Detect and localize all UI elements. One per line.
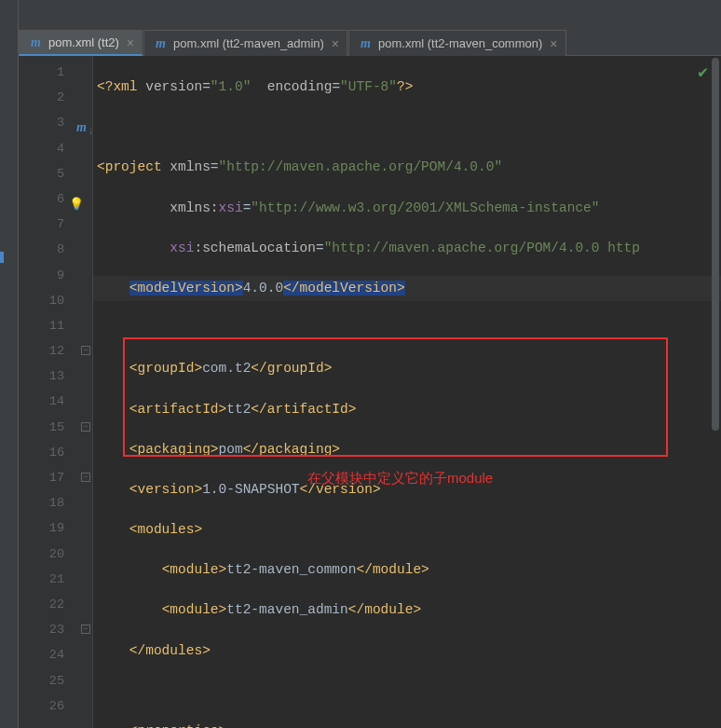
line-number: 15 xyxy=(40,415,64,440)
line-number: 12 xyxy=(40,338,64,364)
line-number: 26 xyxy=(40,694,64,719)
line-number: 25 xyxy=(40,668,64,694)
line-number: 13 xyxy=(40,364,64,389)
fold-icon[interactable]: − xyxy=(81,346,90,355)
line-number: 8 xyxy=(40,237,64,262)
line-number: 17 xyxy=(40,465,64,490)
code-line[interactable]: <project xmlns="http://maven.apache.org/… xyxy=(93,155,721,180)
code-line[interactable]: <modelVersion>4.0.0</modelVersion> xyxy=(93,276,721,301)
code-line[interactable]: <version>1.0-SNAPSHOT</version> xyxy=(93,477,721,502)
gutter: 1 2 3 m ↓ 4 5 6 💡 7 8 9 10 11 12− 13 14 … xyxy=(19,56,93,728)
line-number: 22 xyxy=(40,592,64,617)
maven-file-icon: m xyxy=(154,36,168,50)
line-number: 3 xyxy=(40,110,64,135)
line-number: 14 xyxy=(40,389,64,414)
code-line[interactable]: <packaging>pom</packaging> xyxy=(93,437,721,462)
close-icon[interactable]: × xyxy=(127,35,134,50)
fold-icon[interactable]: − xyxy=(81,473,90,482)
tab-label: pom.xml (tt2-maven_admin) xyxy=(173,36,324,50)
code-line[interactable]: <module>tt2-maven_common</module> xyxy=(93,557,721,583)
line-number: 7 xyxy=(40,212,64,237)
maven-gutter-icon[interactable]: m xyxy=(73,115,87,129)
editor[interactable]: 1 2 3 m ↓ 4 5 6 💡 7 8 9 10 11 12− 13 14 … xyxy=(19,56,721,728)
maven-file-icon: m xyxy=(359,36,373,50)
analysis-ok-icon[interactable]: ✔ xyxy=(698,62,708,82)
tab-label: pom.xml (tt2) xyxy=(48,35,119,49)
code-line[interactable] xyxy=(93,115,721,140)
code-line[interactable]: xmlns:xsi="http://www.w3.org/2001/XMLSch… xyxy=(93,196,721,221)
line-number: 23 xyxy=(40,617,64,642)
code-line[interactable]: <modules> xyxy=(93,517,721,543)
fold-icon[interactable]: − xyxy=(81,625,90,634)
line-number: 16 xyxy=(40,440,64,465)
code-line[interactable]: <properties> xyxy=(93,719,721,728)
tab-pom-common[interactable]: m pom.xml (tt2-maven_common) × xyxy=(348,30,565,56)
line-number: 18 xyxy=(40,490,64,515)
tab-pom-tt2[interactable]: m pom.xml (tt2) × xyxy=(19,30,143,56)
tab-pom-admin[interactable]: m pom.xml (tt2-maven_admin) × xyxy=(143,30,347,56)
code-area[interactable]: <?xml version="1.0" encoding="UTF-8"?> <… xyxy=(93,56,721,728)
code-line[interactable] xyxy=(93,316,721,341)
code-line[interactable]: <module>tt2-maven_admin</module> xyxy=(93,598,721,623)
line-number: 11 xyxy=(40,313,64,338)
code-line[interactable]: </modules> xyxy=(93,639,721,664)
close-icon[interactable]: × xyxy=(550,36,557,51)
code-line[interactable]: <artifactId>tt2</artifactId> xyxy=(93,397,721,422)
line-number: 9 xyxy=(40,263,64,288)
line-number: 19 xyxy=(40,515,64,541)
code-line[interactable]: xsi:schemaLocation="http://maven.apache.… xyxy=(93,236,721,261)
line-number: 4 xyxy=(40,136,64,161)
tab-label: pom.xml (tt2-maven_common) xyxy=(378,36,542,50)
line-number: 2 xyxy=(40,85,64,110)
scrollbar[interactable] xyxy=(712,58,719,431)
fold-icon[interactable]: − xyxy=(81,422,90,432)
line-number: 6 xyxy=(40,186,64,212)
line-number: 10 xyxy=(40,288,64,313)
editor-tabs: m pom.xml (tt2) × m pom.xml (tt2-maven_a… xyxy=(19,0,721,56)
line-number: 24 xyxy=(40,642,64,667)
close-icon[interactable]: × xyxy=(332,36,339,51)
code-line[interactable] xyxy=(93,679,721,704)
line-number: 5 xyxy=(40,161,64,186)
maven-file-icon: m xyxy=(29,35,43,49)
code-line[interactable]: <groupId>com.t2</groupId> xyxy=(93,356,721,381)
line-number: 1 xyxy=(40,60,64,85)
line-number: 20 xyxy=(40,542,64,567)
tool-window-bar[interactable] xyxy=(0,0,19,728)
line-number: 21 xyxy=(40,567,64,592)
code-line[interactable]: <?xml version="1.0" encoding="UTF-8"?> xyxy=(93,75,721,100)
